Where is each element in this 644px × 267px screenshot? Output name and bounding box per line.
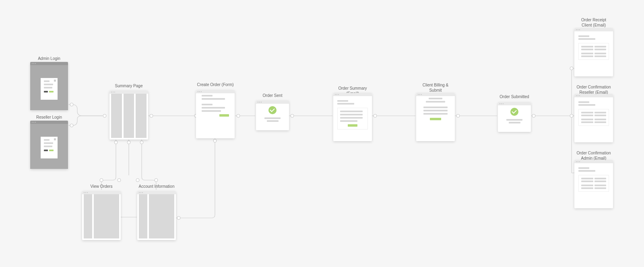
- connector-node: [100, 179, 103, 182]
- two-column-layout: [84, 194, 119, 238]
- thumb-summary-page[interactable]: [109, 90, 148, 140]
- window-titlebar: [498, 102, 531, 105]
- close-icon: [54, 138, 56, 140]
- connector-node: [136, 179, 140, 182]
- window-titlebar: [416, 93, 455, 96]
- three-column-layout: [111, 94, 147, 138]
- window-titlebar: [30, 121, 68, 124]
- label-order-submitted: Order Submitted: [498, 94, 531, 100]
- thumb-account-information[interactable]: [137, 191, 176, 240]
- connector-node: [456, 114, 460, 118]
- thumb-order-receipt-client[interactable]: [574, 28, 613, 76]
- thumb-order-submitted[interactable]: [498, 102, 531, 132]
- connector-node: [127, 141, 131, 144]
- thumb-view-orders[interactable]: [82, 191, 121, 240]
- submit-button: [219, 114, 229, 117]
- label-reseller-login: Reseller Login: [30, 115, 68, 120]
- connector-node: [374, 114, 377, 118]
- two-column-layout: [139, 194, 174, 238]
- window-titlebar: [574, 94, 613, 97]
- window-titlebar: [109, 90, 148, 94]
- window-titlebar: [574, 28, 613, 31]
- connector-node: [155, 179, 158, 182]
- confirm-body: [261, 106, 284, 127]
- connector-node: [140, 141, 144, 144]
- connector-node: [237, 114, 240, 118]
- thumb-order-conf-admin[interactable]: [574, 160, 613, 208]
- connector-node: [291, 114, 294, 118]
- window-titlebar: [574, 160, 613, 163]
- connector-node: [570, 67, 574, 70]
- form-body: [422, 98, 449, 141]
- connector-node: [213, 139, 217, 143]
- thumb-reseller-login[interactable]: [30, 121, 68, 169]
- label-order-receipt-client: Order Receipt Client (Email): [574, 18, 613, 28]
- connector-node: [150, 114, 153, 118]
- submit-button: [430, 118, 441, 120]
- success-check-icon: [268, 106, 277, 114]
- email-body: [578, 35, 609, 60]
- login-screen: [30, 65, 68, 110]
- window-titlebar: [137, 191, 176, 194]
- thumb-order-sent[interactable]: [256, 101, 289, 130]
- email-body: [578, 167, 609, 192]
- thumb-admin-login[interactable]: [30, 62, 68, 110]
- label-order-conf-reseller: Order Confirmation Reseller (Email): [574, 85, 613, 95]
- connector-node: [103, 114, 107, 118]
- email-body: [337, 100, 368, 129]
- cta-button: [348, 124, 358, 127]
- thumb-order-summary-email[interactable]: [333, 93, 372, 141]
- connector-node: [177, 216, 181, 220]
- label-order-sent: Order Sent: [256, 93, 289, 99]
- email-body: [578, 101, 609, 126]
- connector-node: [118, 179, 121, 182]
- close-icon: [54, 80, 56, 82]
- thumb-create-order[interactable]: [196, 90, 235, 138]
- connector-node: [532, 114, 536, 118]
- connector-node: [70, 103, 74, 107]
- thumb-client-billing[interactable]: [416, 93, 455, 141]
- window-titlebar: [196, 90, 235, 93]
- thumb-order-conf-reseller[interactable]: [574, 94, 613, 142]
- form-body: [202, 95, 229, 138]
- window-titlebar: [256, 101, 289, 104]
- connector-node: [114, 141, 118, 144]
- window-titlebar: [82, 191, 121, 194]
- confirm-body: [503, 108, 526, 129]
- label-summary-page: Summary Page: [109, 84, 148, 89]
- label-admin-login: Admin Login: [30, 56, 68, 62]
- label-view-orders: View Orders: [82, 184, 121, 189]
- label-account-information: Account Information: [137, 184, 176, 189]
- success-check-icon: [510, 108, 518, 116]
- connector-node: [570, 114, 574, 118]
- window-titlebar: [333, 93, 372, 96]
- login-screen: [30, 124, 68, 169]
- window-titlebar: [30, 62, 68, 65]
- label-order-conf-admin: Order Confirmation Admin (Email): [574, 151, 613, 161]
- connector-node: [70, 124, 74, 127]
- label-create-order: Create Order (Form): [196, 82, 235, 88]
